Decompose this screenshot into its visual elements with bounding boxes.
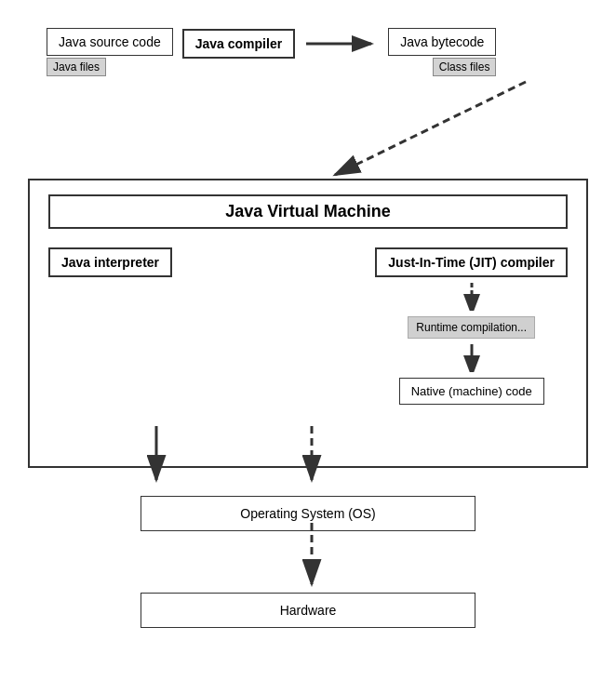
compiler-box: Java compiler [182, 29, 295, 59]
native-code-box: Native (machine) code [399, 378, 544, 405]
source-code-box: Java source code [47, 28, 173, 56]
jit-box: Just-In-Time (JIT) compiler [375, 247, 568, 277]
source-code-label: Java source code [59, 34, 161, 49]
class-files-badge: Class files [433, 58, 497, 76]
top-row: Java source code Java files Java compile… [47, 28, 597, 76]
java-files-badge: Java files [47, 58, 106, 76]
compiler-arrow-block: Java compiler [182, 29, 295, 60]
bytecode-box: Java bytecode [388, 28, 496, 56]
dashed-diagonal-arrow [335, 82, 526, 175]
jit-arrow-svg [462, 283, 481, 311]
bytecode-label: Java bytecode [400, 34, 484, 49]
source-block: Java source code Java files [47, 28, 173, 76]
interpreter-box: Java interpreter [48, 247, 172, 277]
jit-block: Just-In-Time (JIT) compiler Runtime comp… [375, 247, 568, 438]
interpreter-block: Java interpreter [48, 247, 172, 389]
runtime-compilation-box: Runtime compilation... [408, 316, 535, 339]
runtime-arrow-svg [462, 344, 481, 372]
diagram-container: Java source code Java files Java compile… [0, 0, 616, 694]
horizontal-arrow-svg [304, 34, 379, 53]
os-box: Operating System (OS) [141, 496, 475, 531]
jvm-inner-row: Java interpreter Just-In-Time (JIT) comp… [48, 247, 568, 438]
hardware-box: Hardware [141, 593, 475, 628]
jvm-container: Java Virtual Machine Java interpreter Ju… [28, 179, 588, 468]
bottom-section: Operating System (OS) Hardware [19, 496, 597, 628]
bytecode-block: Java bytecode Class files [388, 28, 496, 76]
jvm-title: Java Virtual Machine [48, 194, 568, 229]
